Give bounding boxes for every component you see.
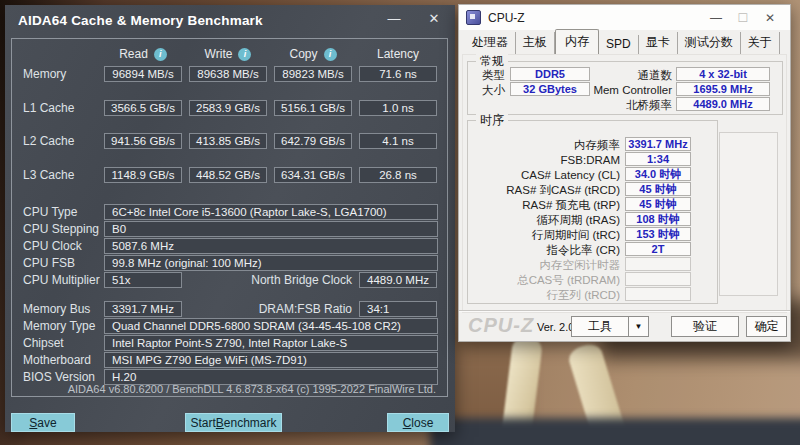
tab-mainboard[interactable]: 主板 (516, 32, 555, 54)
type-label: 类型 (482, 68, 505, 82)
start-benchmark-button[interactable]: Start Benchmark (185, 413, 282, 432)
mem-controller-label: Mem Controller (572, 83, 672, 97)
aida64-benchmark-panel: Read Write Copy Latency Memory 96894 MB/… (11, 38, 448, 397)
info-icon[interactable] (238, 48, 251, 61)
column-header-write: Write (189, 47, 267, 61)
cpu-stepping-value: B0 (104, 221, 438, 237)
column-header-copy: Copy (274, 47, 352, 61)
dram-fsb-ratio-value: 34:1 (359, 301, 437, 317)
l3-latency-value: 26.8 ns (359, 167, 437, 183)
trcd-value: 45 时钟 (625, 182, 691, 196)
close-button[interactable]: Close (387, 413, 449, 432)
memory-read-value: 96894 MB/s (104, 66, 182, 82)
tab-graphics[interactable]: 显卡 (639, 32, 678, 54)
channels-label: 通道数 (572, 68, 672, 82)
motherboard-label: Motherboard (23, 352, 91, 368)
row-label-l3: L3 Cache (23, 167, 74, 183)
row-to-column-value (625, 287, 691, 301)
l1-read-value: 3566.5 GB/s (104, 100, 182, 116)
row-label-l2: L2 Cache (23, 133, 74, 149)
l2-read-value: 941.56 GB/s (104, 133, 182, 149)
cas-latency-value: 34.0 时钟 (625, 167, 691, 181)
cpuz-logo: CPU-Z (468, 314, 534, 337)
footer-divider (459, 310, 790, 311)
tab-spd[interactable]: SPD (599, 35, 639, 54)
cpu-multiplier-value: 51x (104, 272, 182, 288)
tab-memory[interactable]: 内存 (555, 29, 599, 55)
aida64-window-title: AIDA64 Cache & Memory Benchmark (18, 13, 263, 28)
cpu-stepping-label: CPU Stepping (23, 221, 99, 237)
tab-processor[interactable]: 处理器 (465, 32, 516, 54)
memory-type-value: Quad Channel DDR5-6800 SDRAM (34-45-45-1… (104, 318, 438, 334)
timings-legend: 时序 (476, 113, 508, 127)
command-rate-value: 2T (625, 242, 691, 256)
cas-latency-label: CAS# Latency (CL) (474, 168, 620, 182)
north-bridge-clock-value: 4489.0 MHz (359, 272, 437, 288)
memory-bus-value: 3391.7 MHz (104, 301, 182, 317)
row-label-l1: L1 Cache (23, 100, 74, 116)
l2-write-value: 413.85 GB/s (189, 133, 267, 149)
minimize-icon[interactable]: — (382, 10, 406, 28)
chipset-label: Chipset (23, 335, 64, 351)
size-label: 大小 (482, 83, 505, 97)
desktop-wallpaper: AIDA64 Cache & Memory Benchmark — ✕ Read… (0, 0, 800, 445)
tab-about[interactable]: 关于 (741, 32, 780, 54)
cpu-type-value: 6C+8c Intel Core i5-13600 (Raptor Lake-S… (104, 204, 438, 220)
l1-copy-value: 5156.1 GB/s (274, 100, 352, 116)
info-icon[interactable] (324, 48, 337, 61)
l2-copy-value: 642.79 GB/s (274, 133, 352, 149)
tab-bench[interactable]: 测试分数 (678, 32, 741, 54)
nb-frequency-value: 4489.0 MHz (676, 97, 770, 111)
cpuz-app-icon (466, 10, 481, 25)
minimize-icon[interactable]: — (704, 9, 728, 27)
trp-value: 45 时钟 (625, 197, 691, 211)
tras-value: 108 时钟 (625, 212, 691, 226)
cpu-multiplier-label: CPU Multiplier (23, 272, 100, 288)
dram-idle-timer-value (625, 257, 691, 271)
row-to-column-label: 行至列 (tRCD) (474, 288, 620, 302)
close-icon[interactable]: ✕ (758, 9, 782, 27)
memory-latency-value: 71.6 ns (359, 66, 437, 82)
validate-button[interactable]: 验证 (671, 316, 739, 337)
cpuz-tab-bar: 处理器 主板 内存 SPD 显卡 测试分数 关于 (465, 34, 780, 54)
dram-idle-timer-label: 内存空闲计时器 (474, 258, 620, 272)
dram-fsb-ratio-label: DRAM:FSB Ratio (192, 301, 352, 317)
info-icon[interactable] (154, 48, 167, 61)
save-button[interactable]: Save (11, 413, 75, 432)
tools-dropdown-icon[interactable]: ▼ (628, 316, 649, 337)
l1-latency-value: 1.0 ns (359, 100, 437, 116)
trp-label: RAS# 预充电 (tRP) (474, 198, 620, 212)
fsb-dram-value: 1:34 (625, 152, 691, 166)
l3-write-value: 448.52 GB/s (189, 167, 267, 183)
close-icon[interactable]: ✕ (422, 10, 446, 28)
cpuz-window-title: CPU-Z (488, 11, 525, 25)
memory-write-value: 89638 MB/s (189, 66, 267, 82)
tras-label: 循环周期 (tRAS) (474, 213, 620, 227)
ok-button[interactable]: 确定 (746, 316, 787, 337)
command-rate-label: 指令比率 (CR) (474, 243, 620, 257)
tools-button[interactable]: 工具 (571, 316, 629, 337)
general-legend: 常规 (476, 54, 508, 68)
nb-frequency-label: 北桥频率 (572, 98, 672, 112)
cpu-fsb-label: CPU FSB (23, 255, 75, 271)
general-groupbox: 常规 类型 DDR5 通道数 4 x 32-bit 大小 32 GBytes M… (467, 61, 783, 115)
memory-copy-value: 89823 MB/s (274, 66, 352, 82)
channels-value: 4 x 32-bit (676, 67, 770, 81)
trdram-label: 总CAS号 (tRDRAM) (474, 273, 620, 287)
cpu-fsb-value: 99.8 MHz (original: 100 MHz) (104, 255, 438, 271)
l3-read-value: 1148.9 GB/s (104, 167, 182, 183)
memory-bus-label: Memory Bus (23, 301, 90, 317)
dram-frequency-value: 3391.7 MHz (625, 137, 691, 151)
cpuz-window: CPU-Z — ☐ ✕ 处理器 主板 内存 SPD 显卡 测试分数 关于 常规 … (458, 4, 791, 342)
l3-copy-value: 634.31 GB/s (274, 167, 352, 183)
trdram-value (625, 272, 691, 286)
maximize-icon[interactable]: ☐ (731, 9, 755, 27)
aida64-window: AIDA64 Cache & Memory Benchmark — ✕ Read… (5, 5, 455, 432)
column-header-read: Read (104, 47, 182, 61)
trcd-label: RAS# 到CAS# (tRCD) (474, 183, 620, 197)
l2-latency-value: 4.1 ns (359, 133, 437, 149)
row-label-memory: Memory (23, 66, 66, 82)
dram-frequency-label: 内存频率 (474, 138, 620, 152)
aida64-version-line: AIDA64 v6.80.6200 / BenchDLL 4.6.873.8-x… (68, 383, 436, 395)
cpu-clock-value: 5087.6 MHz (104, 238, 438, 254)
